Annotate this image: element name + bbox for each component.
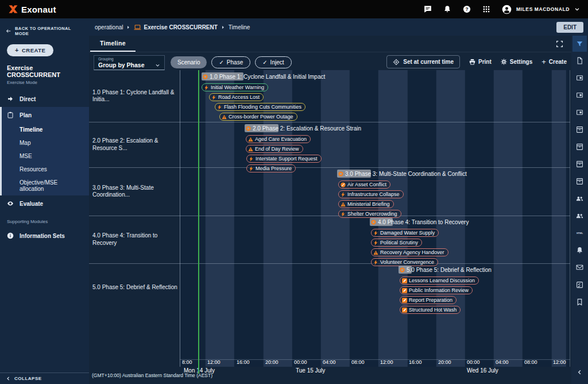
settings-button[interactable]: Settings — [501, 59, 532, 65]
phase-dot-icon — [371, 220, 376, 225]
timeline-row-labels: 1.0 Phase 1: Cyclone Landfall & Initia..… — [89, 70, 180, 359]
inject-pill-aged-care-evacuation[interactable]: Aged Care Evacuation — [246, 135, 311, 143]
fullscreen-icon[interactable] — [556, 40, 563, 50]
axis-tick: 12:00 — [207, 359, 220, 365]
rail-users-button[interactable] — [572, 208, 587, 223]
chevron-down-icon — [155, 63, 160, 68]
rail-form-button[interactable] — [572, 277, 587, 292]
rail-file-button[interactable] — [572, 53, 587, 68]
exercise-title: Exercise CROSSCURRENT — [0, 64, 89, 78]
inject-pill-cross-border-power-outage[interactable]: Cross-border Power Outage — [219, 113, 297, 121]
rail-archive-button[interactable] — [572, 139, 587, 154]
inject-pill-report-preparation[interactable]: Report Preparation — [400, 296, 457, 304]
sidebar-item-evaluate[interactable]: Evaluate — [0, 195, 89, 212]
back-to-operational-mode-button[interactable]: BACK TO OPERATIONAL MODE — [0, 18, 89, 41]
phase-label: 1.0 Phase 1: Cyclone Landfall & Initial … — [210, 74, 325, 80]
breadcrumb-item-operational[interactable]: operational — [95, 24, 123, 30]
rail-collapse-button[interactable] — [572, 366, 587, 378]
card-icon — [576, 109, 583, 116]
card-icon — [576, 74, 583, 82]
sidebar-item-direct[interactable]: Direct — [0, 91, 89, 107]
rail-users-button[interactable] — [572, 191, 587, 206]
axis-tick: 00:00 — [294, 359, 307, 365]
rail-card-button[interactable] — [572, 70, 587, 85]
lightning-icon — [373, 231, 378, 236]
chat-icon[interactable] — [424, 5, 432, 13]
rail-archive-button[interactable] — [572, 174, 587, 189]
bell-icon[interactable] — [443, 5, 451, 13]
breadcrumb-item-timeline[interactable]: Timeline — [229, 24, 250, 30]
tab-timeline[interactable]: Timeline — [90, 36, 136, 52]
svg-text:HTML: HTML — [577, 232, 583, 235]
sidebar-collapse-button[interactable]: COLLAPSE — [0, 373, 89, 384]
sidebar-item-resources[interactable]: Resources — [2, 163, 89, 176]
sidebar-item-label: Map — [20, 140, 30, 146]
sidebar-item-map[interactable]: Map — [2, 136, 89, 149]
inject-pill-ministerial-briefing[interactable]: Ministerial Briefing — [338, 200, 394, 208]
rail-bell-button[interactable] — [572, 243, 587, 258]
phase-bar-1-0-phase-1-cyclone-landfall-initial-impact[interactable]: 1.0 Phase 1: Cyclone Landfall & Initial … — [203, 72, 325, 80]
inject-pill-shelter-overcrowding[interactable]: Shelter Overcrowding — [338, 210, 401, 218]
phase-bar-5-0-phase-5-debrief-reflection[interactable]: 5.0 Phase 5: Debrief & Reflection — [400, 266, 492, 274]
lightning-icon — [341, 212, 346, 217]
phase-bar-4-0-phase-4-transition-to-recovery[interactable]: 4.0 Phase 4: Transition to Recovery — [371, 218, 469, 226]
sidebar-item-plan[interactable]: Plan — [2, 107, 89, 123]
apps-icon[interactable] — [482, 5, 490, 13]
inject-pill-air-asset-conflict[interactable]: Air Asset Conflict — [338, 181, 390, 189]
app-logo[interactable]: Exonaut — [8, 4, 56, 14]
axis-tick: 04:00 — [323, 359, 336, 365]
inject-pill-infrastructure-collapse[interactable]: Infrastructure Collapse — [338, 190, 404, 198]
sidebar-item-label: Objective/MSE allocation — [20, 179, 57, 192]
header-icon-group: ? — [424, 5, 490, 13]
timeline-chart[interactable]: 1.0 Phase 1: Cyclone Landfall & Initial … — [180, 70, 570, 367]
sidebar-item-timeline[interactable]: Timeline — [2, 123, 89, 136]
inject-pill-lessons-learned-discussion[interactable]: Lessons Learned Discussion — [400, 277, 479, 285]
inject-label: Road Access Lost — [218, 94, 260, 100]
inject-pill-road-access-lost[interactable]: Road Access Lost — [209, 93, 264, 101]
rail-html-button[interactable]: HTML — [572, 225, 587, 240]
inject-pill-political-scrutiny[interactable]: Political Scrutiny — [371, 239, 422, 247]
inject-pill-structured-hot-wash[interactable]: Structured Hot Wash — [400, 306, 461, 314]
chevron-left-icon — [577, 369, 583, 375]
rail-card-button[interactable] — [572, 87, 587, 102]
axis-tick: 8:00 — [182, 359, 192, 365]
inject-pill-media-pressure[interactable]: Media Pressure — [246, 164, 296, 172]
filter-chip-inject[interactable]: ✓Inject — [255, 56, 291, 68]
arrow-right-icon — [7, 95, 14, 102]
inject-pill-damaged-water-supply[interactable]: Damaged Water Supply — [371, 229, 439, 237]
inject-pill-volunteer-convergence[interactable]: Volunteer Convergence — [371, 258, 438, 266]
rail-archive-button[interactable] — [572, 122, 587, 137]
edit-button[interactable]: EDIT — [556, 22, 583, 33]
inject-pill-end-of-day-review[interactable]: End of Day Review — [246, 145, 303, 153]
create-inject-button[interactable]: + Create — [541, 58, 567, 66]
check-icon: ✓ — [262, 59, 267, 66]
sidebar-item-information-sets[interactable]: Information Sets — [0, 228, 89, 244]
sidebar-item-mse[interactable]: MSE — [2, 149, 89, 163]
rail-mail-button[interactable] — [572, 260, 587, 275]
sidebar-item-objective-mse-allocation[interactable]: Objective/MSE allocation — [2, 176, 89, 195]
user-menu[interactable]: MILES MACDONALD — [502, 5, 580, 14]
help-icon[interactable]: ? — [463, 5, 471, 13]
phase-bar-2-0-phase-2-escalation-resource-strain[interactable]: 2.0 Phase 2: Escalation & Resource Strai… — [246, 124, 361, 132]
rail-filter-button[interactable] — [572, 36, 587, 52]
rail-archive-button[interactable] — [572, 156, 587, 171]
phase-bar-3-0-phase-3-multi-state-coordination-conflict[interactable]: 3.0 Phase 3: Multi-State Coordination & … — [338, 170, 467, 178]
grouping-select[interactable]: Grouping Group by Phase — [94, 55, 165, 70]
filter-chip-scenario[interactable]: Scenario — [171, 56, 207, 68]
form-icon — [576, 281, 583, 289]
filter-chip-phase[interactable]: ✓Phase — [211, 56, 250, 68]
create-button[interactable]: + CREATE — [7, 44, 53, 56]
inject-pill-public-information-review[interactable]: Public Information Review — [400, 286, 473, 294]
rail-card-button[interactable] — [572, 105, 587, 120]
inject-pill-initial-weather-warning[interactable]: Initial Weather Warning — [202, 83, 268, 91]
collapse-label: COLLAPSE — [14, 376, 42, 381]
set-at-current-time-button[interactable]: Set at current time — [386, 55, 460, 68]
inject-pill-interstate-support-request[interactable]: Interstate Support Request — [246, 155, 322, 163]
print-button[interactable]: Print — [469, 59, 492, 65]
users-icon — [576, 195, 583, 202]
inject-pill-flash-flooding-cuts-communities[interactable]: Flash Flooding Cuts Communities — [215, 103, 305, 111]
warning-icon — [248, 137, 253, 142]
breadcrumb-item-exercise-crosscurrent[interactable]: Exercise CROSSCURRENT — [144, 24, 217, 30]
inject-pill-recovery-agency-handover[interactable]: Recovery Agency Handover — [371, 248, 448, 256]
rail-book-button[interactable] — [572, 294, 587, 309]
